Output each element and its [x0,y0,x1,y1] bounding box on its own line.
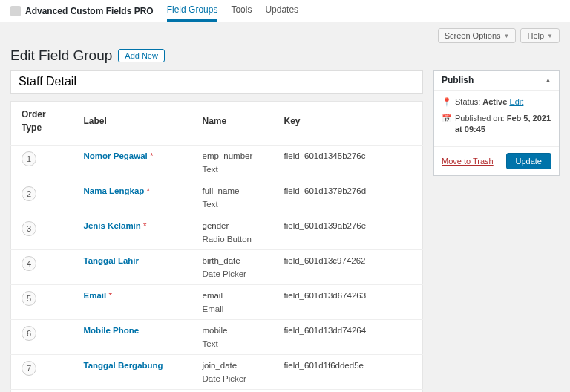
order-cell: 6 [11,320,78,355]
order-number[interactable]: 6 [22,326,36,341]
label-cell: Tanggal Lahir [78,250,197,285]
calendar-icon: 📅 [442,113,451,123]
col-label-header: Label [78,102,197,146]
order-cell: 1 [11,146,78,180]
screen-options-button[interactable]: Screen Options [438,28,517,43]
table-row[interactable]: 5Email *emailEmailfield_601d13d674263 [11,285,423,320]
add-new-button[interactable]: Add New [118,49,165,62]
label-cell: Jenis Kelamin * [78,215,197,250]
name-cell: mobileText [197,320,278,355]
brand-text: Advanced Custom Fields PRO [25,6,154,16]
order-number[interactable]: 1 [22,151,36,166]
field-label-link[interactable]: Tanggal Bergabung [84,361,163,370]
label-cell: Mobile Phone [78,320,197,355]
order-cell: 4 [11,250,78,285]
col-name-header: Name [197,102,278,146]
name-cell: empfunction_idPost Object [197,390,278,393]
label-cell: Nama Lengkap * [78,180,197,215]
nav-tab-tools[interactable]: Tools [231,0,252,22]
nav-tab-updates[interactable]: Updates [265,0,298,22]
published-label: Published on: [455,114,505,122]
required-star: * [144,186,150,195]
order-cell: 5 [11,285,78,320]
label-cell: Jabatan [78,390,197,393]
label-cell: Email * [78,285,197,320]
name-cell: join_dateDate Picker [197,355,278,390]
order-number[interactable]: 7 [22,361,36,376]
status-value: Active [482,97,507,106]
name-cell: full_nameText [197,180,278,215]
order-number[interactable]: 4 [22,256,36,271]
fields-header-row: Order Type Label Name Key [11,102,423,146]
order-number[interactable]: 2 [22,186,36,201]
key-cell: field_601d1f6dded5e [278,355,423,390]
required-star: * [148,151,154,160]
order-number[interactable]: 3 [22,221,36,236]
publish-box-title: Publish [442,75,474,85]
table-row[interactable]: 1Nomor Pegawai *emp_numberTextfield_601d… [11,146,423,180]
brand-icon [10,6,21,16]
group-title-input[interactable] [13,72,421,91]
brand: Advanced Custom Fields PRO [10,6,154,16]
label-cell: Tanggal Bergabung [78,355,197,390]
name-cell: emp_numberText [197,146,278,180]
order-cell: 8 [11,390,78,393]
publish-box: Publish ▲ 📍 Status: Active Edit 📅 [433,70,560,176]
edit-status-link[interactable]: Edit [509,97,523,106]
table-row[interactable]: 6Mobile PhonemobileTextfield_601d13dd742… [11,320,423,355]
key-cell: field_601d139ab276e [278,215,423,250]
key-cell: field_601d1345b276c [278,146,423,180]
status-label: Status: [455,97,480,106]
name-cell: birth_dateDate Picker [197,250,278,285]
update-button[interactable]: Update [506,153,551,169]
table-row[interactable]: 7Tanggal Bergabungjoin_dateDate Pickerfi… [11,355,423,390]
key-cell: field_601d13dd74264 [278,320,423,355]
field-label-link[interactable]: Nomor Pegawai [84,151,148,160]
field-label-link[interactable]: Mobile Phone [84,326,140,335]
key-cell: field_601d1379b276d [278,180,423,215]
help-button[interactable]: Help [520,28,560,43]
required-star: * [141,221,147,230]
label-cell: Nomor Pegawai * [78,146,197,180]
field-label-link[interactable]: Nama Lengkap [84,186,145,195]
key-cell: field_601d13d674263 [278,285,423,320]
field-label-link[interactable]: Jenis Kelamin [84,221,141,230]
name-cell: genderRadio Button [197,215,278,250]
field-label-link[interactable]: Email [84,291,107,300]
toggle-icon[interactable]: ▲ [545,76,551,84]
key-cell: field_601d13c974262 [278,250,423,285]
table-row[interactable]: 2Nama Lengkap *full_nameTextfield_601d13… [11,180,423,215]
col-order-header: Order Type [11,102,78,146]
move-to-trash-link[interactable]: Move to Trash [442,157,494,166]
col-key-header: Key [278,102,423,146]
field-label-link[interactable]: Tanggal Lahir [84,256,140,265]
table-row[interactable]: 8Jabatanempfunction_idPost Objectfield_6… [11,390,423,393]
order-cell: 7 [11,355,78,390]
nav-tab-field-groups[interactable]: Field Groups [167,0,218,22]
key-cell: field_601e68d04b312 [278,390,423,393]
table-row[interactable]: 4Tanggal Lahirbirth_dateDate Pickerfield… [11,250,423,285]
nav-tabs: Field Groups Tools Updates [167,0,298,22]
order-cell: 3 [11,215,78,250]
name-cell: emailEmail [197,285,278,320]
table-row[interactable]: 3Jenis Kelamin *genderRadio Buttonfield_… [11,215,423,250]
page-title: Edit Field Group [10,48,112,64]
pin-icon: 📍 [442,97,451,107]
order-number[interactable]: 5 [22,291,36,306]
order-cell: 2 [11,180,78,215]
required-star: * [106,291,112,300]
